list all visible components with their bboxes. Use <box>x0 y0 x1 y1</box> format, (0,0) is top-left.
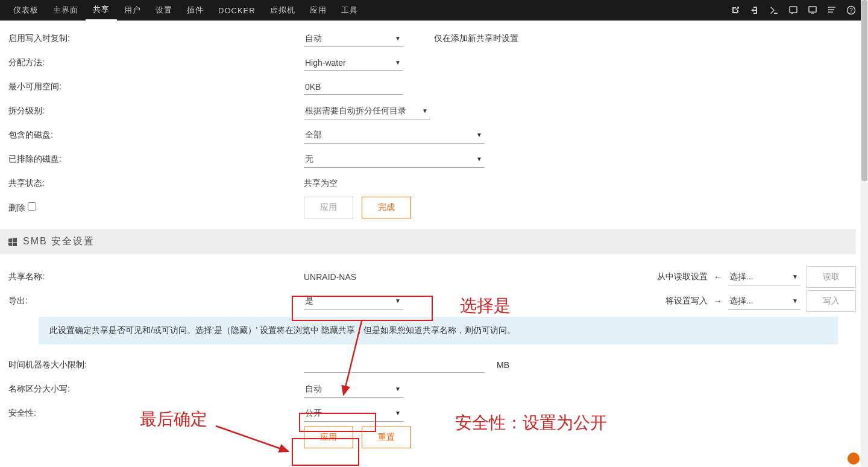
logout-icon[interactable] <box>750 5 760 15</box>
nav-apps[interactable]: 应用 <box>303 0 334 21</box>
select-excluded[interactable]: 无▼ <box>304 151 485 168</box>
svg-rect-0 <box>790 7 797 13</box>
label-alloc: 分配方法: <box>8 57 304 68</box>
chevron-down-icon: ▼ <box>792 273 798 280</box>
label-included: 包含的磁盘: <box>8 130 304 141</box>
row-smb-buttons: 应用 重置 <box>8 425 868 450</box>
select-alloc[interactable]: High-water▼ <box>304 56 403 71</box>
label-casesens: 名称区分大小写: <box>8 384 304 395</box>
row-excluded: 已排除的磁盘: 无▼ <box>8 147 868 171</box>
row-minfree: 最小可用空间: 0KB <box>8 75 868 99</box>
row-status: 共享状态: 共享为空 <box>8 171 868 195</box>
label-status: 共享状态: <box>8 178 304 189</box>
smb-section-title: SMB 安全设置 <box>23 235 95 248</box>
nav-settings[interactable]: 设置 <box>148 0 180 21</box>
scrollbar-thumb[interactable] <box>861 0 867 181</box>
label-enable-cow: 启用写入时复制: <box>8 33 304 44</box>
input-tmvol[interactable] <box>304 358 485 373</box>
select-write-settings[interactable]: 选择...▼ <box>728 293 800 310</box>
label-export: 导出: <box>8 296 304 307</box>
apply-button-2[interactable]: 应用 <box>304 427 353 448</box>
hint-enable-cow: 仅在添加新共享时设置 <box>434 33 868 44</box>
write-settings-row: 将设置写入 → 选择...▼ 写入 <box>665 290 868 312</box>
nav-dashboard[interactable]: 仪表板 <box>6 0 46 21</box>
nav-plugins[interactable]: 插件 <box>180 0 211 21</box>
label-excluded: 已排除的磁盘: <box>8 154 304 165</box>
select-read-settings[interactable]: 选择...▼ <box>728 269 800 285</box>
nav-users[interactable]: 用户 <box>117 0 148 21</box>
content-area: 启用写入时复制: 自动▼ 仅在添加新共享时设置 分配方法: High-water… <box>0 21 868 450</box>
chevron-down-icon: ▼ <box>422 107 428 114</box>
chevron-down-icon: ▼ <box>395 410 401 416</box>
list-icon[interactable] <box>827 5 837 15</box>
row-casesens: 名称区分大小写: 自动▼ <box>8 377 868 401</box>
input-minfree[interactable]: 0KB <box>304 80 403 95</box>
select-security[interactable]: 公开▼ <box>304 405 403 422</box>
svg-text:?: ? <box>849 7 853 14</box>
chevron-down-icon: ▼ <box>395 386 401 392</box>
help-icon[interactable]: ? <box>846 5 856 15</box>
windows-icon <box>8 238 17 246</box>
chevron-down-icon: ▼ <box>395 35 401 42</box>
top-nav: 仪表板 主界面 共享 用户 设置 插件 DOCKER 虚拟机 应用 工具 ? <box>0 0 868 21</box>
scroll-indicator-icon[interactable] <box>848 453 860 465</box>
apply-button-1[interactable]: 应用 <box>304 197 353 218</box>
nav-vms[interactable]: 虚拟机 <box>263 0 303 21</box>
row-delete: 删除 应用 完成 <box>8 195 868 220</box>
label-split: 拆分级别: <box>8 106 304 116</box>
smb-section-header: SMB 安全设置 <box>0 229 856 254</box>
reset-button[interactable]: 重置 <box>362 427 411 448</box>
chevron-down-icon: ▼ <box>792 297 798 304</box>
popout-icon[interactable] <box>731 5 740 15</box>
value-sharename: UNRAID-NAS <box>304 272 356 282</box>
label-sharename: 共享名称: <box>8 272 304 282</box>
arrow-right-icon: → <box>714 296 722 306</box>
export-info-box: 此设置确定共享是否可见和/或可访问。选择'是（隐藏）' 设置将在浏览中 隐藏共享… <box>39 317 838 345</box>
label-security: 安全性: <box>8 408 304 419</box>
label-tmvol: 时间机器卷大小限制: <box>8 360 304 370</box>
chevron-down-icon: ▼ <box>476 132 482 138</box>
label-delete: 删除 <box>8 202 304 214</box>
select-split[interactable]: 根据需要自动拆分任何目录▼ <box>304 103 430 119</box>
terminal-icon[interactable] <box>769 5 779 15</box>
top-nav-right: ? <box>731 5 862 15</box>
read-settings-row: 从中读取设置 ← 选择...▼ 读取 <box>657 266 868 288</box>
write-button[interactable]: 写入 <box>807 290 856 312</box>
nav-tools[interactable]: 工具 <box>334 0 365 21</box>
row-enable-cow: 启用写入时复制: 自动▼ 仅在添加新共享时设置 <box>8 27 868 51</box>
select-included[interactable]: 全部▼ <box>304 127 485 144</box>
write-label: 将设置写入 <box>665 296 708 307</box>
read-label: 从中读取设置 <box>657 272 708 282</box>
chevron-down-icon: ▼ <box>395 297 401 304</box>
scrollbar-track[interactable] <box>861 0 868 467</box>
delete-checkbox[interactable] <box>28 202 36 211</box>
select-enable-cow[interactable]: 自动▼ <box>304 31 403 47</box>
feedback-icon[interactable] <box>788 5 798 15</box>
chevron-down-icon: ▼ <box>395 59 401 66</box>
status-value: 共享为空 <box>304 178 338 189</box>
row-included: 包含的磁盘: 全部▼ <box>8 123 868 147</box>
arrow-left-icon: ← <box>714 272 722 282</box>
top-nav-left: 仪表板 主界面 共享 用户 设置 插件 DOCKER 虚拟机 应用 工具 <box>6 0 365 21</box>
chevron-down-icon: ▼ <box>476 156 482 162</box>
row-tmvol: 时间机器卷大小限制: MB <box>8 353 868 377</box>
unit-mb: MB <box>497 360 509 370</box>
row-split: 拆分级别: 根据需要自动拆分任何目录▼ <box>8 99 868 123</box>
nav-shares[interactable]: 共享 <box>86 0 117 21</box>
row-alloc: 分配方法: High-water▼ <box>8 51 868 75</box>
svg-rect-1 <box>809 7 816 12</box>
monitor-icon[interactable] <box>808 5 817 15</box>
nav-main[interactable]: 主界面 <box>46 0 86 21</box>
select-export[interactable]: 是▼ <box>304 293 403 310</box>
label-minfree: 最小可用空间: <box>8 81 304 92</box>
read-button[interactable]: 读取 <box>807 266 856 288</box>
row-export: 导出: 是▼ 将设置写入 → 选择...▼ 写入 <box>8 289 868 313</box>
nav-docker[interactable]: DOCKER <box>211 0 263 21</box>
done-button[interactable]: 完成 <box>362 197 411 218</box>
select-casesens[interactable]: 自动▼ <box>304 381 403 398</box>
row-sharename: 共享名称: UNRAID-NAS 从中读取设置 ← 选择...▼ 读取 <box>8 265 868 289</box>
row-security: 安全性: 公开▼ <box>8 401 868 425</box>
